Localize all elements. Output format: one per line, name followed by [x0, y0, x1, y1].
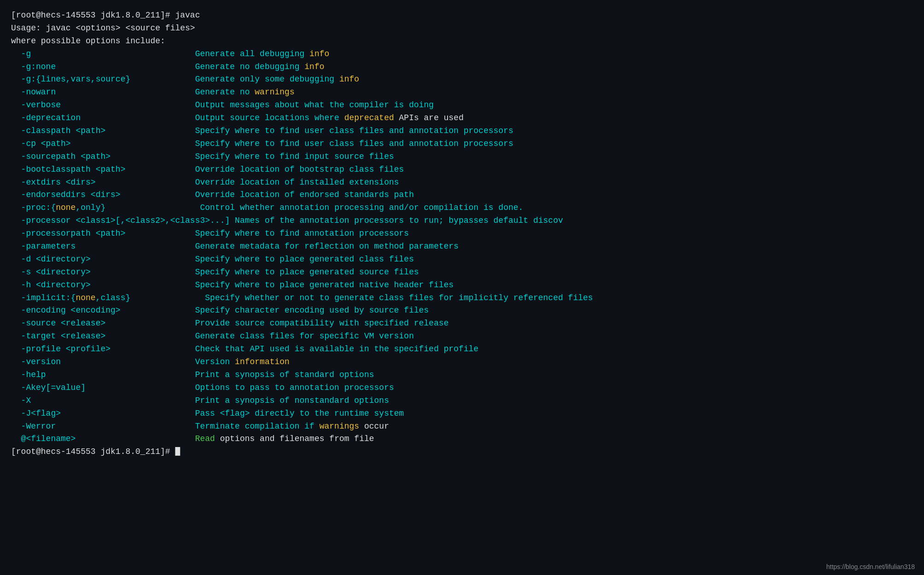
terminal-line: -profile <profile> Check that API used i… [11, 343, 913, 356]
terminal-line: -s <directory> Specify where to place ge… [11, 266, 913, 279]
terminal-line: -version Version information [11, 356, 913, 369]
terminal-line: @<filename> Read options and filenames f… [11, 433, 913, 446]
terminal-line: -parameters Generate metadata for reflec… [11, 240, 913, 253]
terminal-line: -g Generate all debugging info [11, 48, 913, 61]
terminal-line: -source <release> Provide source compati… [11, 317, 913, 330]
terminal-line: -encoding <encoding> Specify character e… [11, 304, 913, 317]
terminal-line: -X Print a synopsis of nonstandard optio… [11, 395, 913, 407]
terminal-line: -Werror Terminate compilation if warning… [11, 420, 913, 433]
terminal-line: [root@hecs-145553 jdk1.8.0_211]# █ [11, 446, 913, 459]
terminal-line: -help Print a synopsis of standard optio… [11, 369, 913, 382]
terminal-line: where possible options include: [11, 35, 913, 48]
terminal-window: [root@hecs-145553 jdk1.8.0_211]# javacUs… [0, 0, 924, 575]
terminal-line: -endorseddirs <dirs> Override location o… [11, 189, 913, 202]
watermark: https://blog.csdn.net/lifulian318 [826, 563, 915, 570]
terminal-line: -g:none Generate no debugging info [11, 61, 913, 74]
terminal-line: -Akey[=value] Options to pass to annotat… [11, 382, 913, 395]
terminal-line: -classpath <path> Specify where to find … [11, 125, 913, 138]
terminal-line: -deprecation Output source locations whe… [11, 112, 913, 125]
terminal-line: -verbose Output messages about what the … [11, 99, 913, 112]
terminal-line: -proc:{none,only} Control whether annota… [11, 202, 913, 215]
terminal-line: -cp <path> Specify where to find user cl… [11, 138, 913, 151]
terminal-line: [root@hecs-145553 jdk1.8.0_211]# javac [11, 9, 913, 22]
terminal-line: -target <release> Generate class files f… [11, 330, 913, 343]
terminal-line: -processor <class1>[,<class2>,<class3>..… [11, 215, 913, 227]
terminal-line: -processorpath <path> Specify where to f… [11, 227, 913, 240]
terminal-line: -nowarn Generate no warnings [11, 86, 913, 99]
terminal-line: -extdirs <dirs> Override location of ins… [11, 176, 913, 189]
terminal-line: -sourcepath <path> Specify where to find… [11, 151, 913, 163]
terminal-line: -J<flag> Pass <flag> directly to the run… [11, 407, 913, 420]
terminal-line: -g:{lines,vars,source} Generate only som… [11, 73, 913, 86]
terminal-line: Usage: javac <options> <source files> [11, 22, 913, 35]
terminal-line: -d <directory> Specify where to place ge… [11, 253, 913, 266]
terminal-line: -implicit:{none,class} Specify whether o… [11, 292, 913, 305]
terminal-content: [root@hecs-145553 jdk1.8.0_211]# javacUs… [11, 9, 913, 459]
terminal-line: -h <directory> Specify where to place ge… [11, 279, 913, 292]
terminal-line: -bootclasspath <path> Override location … [11, 163, 913, 176]
